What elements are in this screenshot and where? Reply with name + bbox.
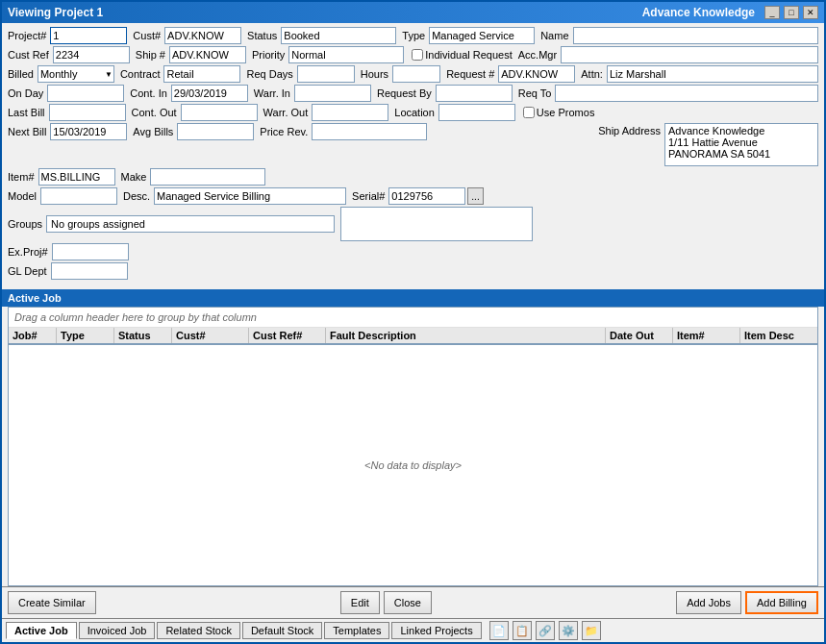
type-input[interactable] — [429, 27, 535, 44]
title-bar-controls: Advance Knowledge _ □ ✕ — [642, 6, 818, 19]
form-row-3: Billed Monthly ▼ Contract Req Days Hours… — [8, 65, 818, 83]
individual-request-checkbox[interactable] — [412, 49, 423, 61]
name-input[interactable] — [573, 27, 819, 44]
minimize-button[interactable]: _ — [764, 6, 780, 19]
col-item-num: Item# — [673, 328, 740, 343]
col-item-desc: Item Desc — [740, 328, 817, 343]
item-input[interactable] — [38, 168, 115, 186]
acc-mgr-input[interactable] — [561, 46, 818, 63]
bottom-bar: Create Similar Edit Close Add Jobs Add B… — [2, 586, 824, 618]
serial-ellipsis-button[interactable]: ... — [467, 187, 483, 205]
request-num-input[interactable] — [498, 65, 575, 83]
contract-label: Contract — [120, 68, 163, 80]
req-days-input[interactable] — [297, 65, 355, 83]
tab-linked-projects[interactable]: Linked Projects — [391, 622, 481, 639]
close-button[interactable]: Close — [384, 591, 432, 614]
ship-address-line3: PANORAMA SA 5041 — [668, 148, 814, 160]
next-bill-input[interactable] — [50, 123, 127, 140]
warr-out-input[interactable] — [312, 104, 388, 121]
project-label: Project# — [8, 30, 48, 41]
form-row-1: Project# Cust# Status Type Name — [8, 27, 818, 44]
location-input[interactable] — [438, 104, 515, 121]
ship-label: Ship # — [136, 49, 167, 61]
edit-button[interactable]: Edit — [340, 591, 380, 614]
last-bill-input[interactable] — [49, 104, 126, 121]
location-label: Location — [394, 107, 437, 118]
model-input[interactable] — [40, 187, 117, 205]
ship-address-line1: Advance Knowledge — [668, 125, 814, 136]
tab-icon-1[interactable]: 📄 — [489, 621, 509, 640]
ship-address-box: Advance Knowledge 1/11 Hattie Avenue PAN… — [664, 123, 818, 166]
ship-input[interactable] — [169, 46, 246, 63]
form-row-7: Item# Make — [8, 168, 818, 186]
brand-label: Advance Knowledge — [642, 6, 755, 19]
acc-mgr-label: Acc.Mgr — [518, 49, 559, 61]
grid-header: Job# Type Status Cust# Cust Ref# Fault D… — [9, 328, 817, 345]
tab-icon-4[interactable]: ⚙️ — [559, 621, 578, 640]
tab-default-stock[interactable]: Default Stock — [242, 622, 322, 639]
ship-address-line2: 1/11 Hattie Avenue — [668, 136, 814, 148]
cont-out-label: Cont. Out — [132, 107, 179, 118]
restore-button[interactable]: □ — [784, 6, 799, 19]
billed-label: Billed — [8, 68, 36, 80]
serial-input[interactable] — [388, 187, 465, 205]
tab-icon-5[interactable]: 📁 — [582, 621, 601, 640]
desc-input[interactable] — [154, 187, 346, 205]
on-day-input[interactable] — [47, 85, 124, 102]
close-window-button[interactable]: ✕ — [803, 6, 818, 19]
request-by-input[interactable] — [436, 85, 513, 102]
left-buttons: Create Similar — [8, 591, 96, 614]
tab-icon-2[interactable]: 📋 — [513, 621, 532, 640]
cust-num-input[interactable] — [164, 27, 241, 44]
cont-in-input[interactable] — [171, 85, 248, 102]
billed-select[interactable]: Monthly — [38, 65, 114, 83]
warr-in-input[interactable] — [294, 85, 371, 102]
drag-hint: Drag a column header here to group by th… — [9, 308, 817, 328]
req-days-label: Req Days — [246, 68, 294, 80]
cust-ref-input[interactable] — [53, 46, 130, 63]
model-label: Model — [8, 190, 38, 202]
form-row-8: Model Desc. Serial# ... — [8, 187, 818, 205]
tab-templates[interactable]: Templates — [324, 622, 389, 639]
form-row-4: On Day Cont. In Warr. In Request By Req … — [8, 85, 818, 102]
window-title: Viewing Project 1 — [8, 6, 103, 19]
cont-in-label: Cont. In — [130, 87, 169, 99]
cont-out-input[interactable] — [181, 104, 258, 121]
ex-proj-input[interactable] — [52, 243, 129, 260]
price-rev-input[interactable] — [312, 123, 427, 140]
gl-dept-input[interactable] — [51, 262, 128, 280]
title-bar: Viewing Project 1 Advance Knowledge _ □ … — [2, 2, 824, 23]
warr-in-label: Warr. In — [254, 87, 292, 99]
form-row-11: GL Dept — [8, 262, 818, 280]
avg-bills-input[interactable] — [177, 123, 254, 140]
type-label: Type — [402, 30, 427, 41]
status-input[interactable] — [281, 27, 396, 44]
make-label: Make — [121, 171, 149, 183]
col-type: Type — [57, 328, 114, 343]
hours-input[interactable] — [392, 65, 440, 83]
avg-bills-label: Avg Bills — [133, 126, 175, 137]
form-row-6-left: Next Bill Avg Bills Price Rev. — [8, 123, 592, 140]
use-promos-checkbox[interactable] — [523, 107, 535, 118]
req-to-label: Req To — [518, 87, 554, 99]
form-row-9: Groups No groups assigned — [8, 207, 818, 241]
create-similar-button[interactable]: Create Similar — [8, 591, 96, 614]
priority-input[interactable] — [288, 46, 404, 63]
contract-input[interactable] — [163, 65, 240, 83]
add-jobs-button[interactable]: Add Jobs — [676, 591, 741, 614]
col-job-num: Job# — [9, 328, 57, 343]
name-label: Name — [540, 30, 570, 41]
req-to-input[interactable] — [555, 85, 818, 102]
make-input[interactable] — [150, 168, 265, 186]
tab-active-job[interactable]: Active Job — [6, 622, 77, 639]
on-day-label: On Day — [8, 87, 45, 99]
add-billing-button[interactable]: Add Billing — [745, 591, 818, 614]
groups-extra-box — [340, 207, 533, 241]
tab-invoiced-job[interactable]: Invoiced Job — [79, 622, 156, 639]
attn-input[interactable] — [607, 65, 818, 83]
tab-icon-3[interactable]: 🔗 — [536, 621, 555, 640]
tab-related-stock[interactable]: Related Stock — [157, 622, 239, 639]
project-input[interactable] — [50, 27, 127, 44]
form-row-5: Last Bill Cont. Out Warr. Out Location U… — [8, 104, 818, 121]
col-status: Status — [114, 328, 172, 343]
